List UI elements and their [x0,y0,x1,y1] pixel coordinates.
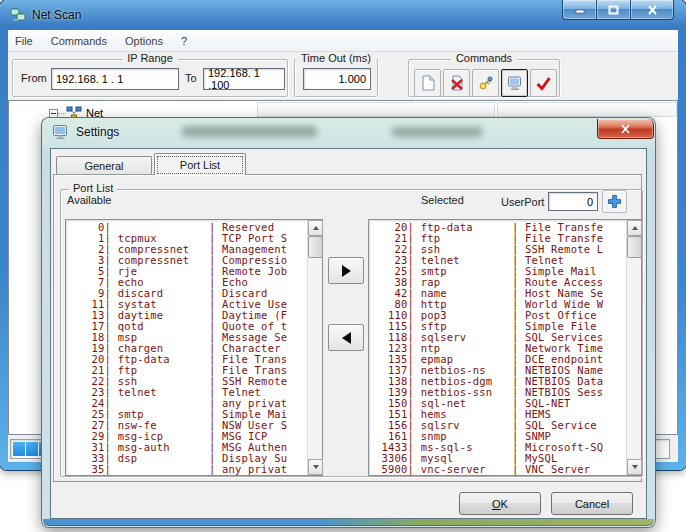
move-to-selected-button[interactable] [328,257,364,284]
dialog-client-area: General Port List Port List Available Se… [50,148,647,519]
close-icon [647,5,658,15]
available-label: Available [67,194,111,206]
close-icon [620,124,631,134]
window-title: Net Scan [32,8,81,22]
scroll-thumb[interactable] [627,236,642,258]
check-icon [535,75,552,91]
arrow-left-icon [342,332,351,344]
userport-input[interactable]: 0 [548,192,598,211]
glass-blur-artifact [182,126,317,137]
selected-scrollbar[interactable] [626,220,641,475]
toolbar: IP Range From 192.168. 1 . 1 To 192.168.… [8,52,678,100]
available-scrollbar[interactable] [307,220,322,475]
caption-buttons [563,0,674,20]
desktop: Net Scan File Commands Options ? [0,0,686,532]
progress-segment [26,442,38,456]
tree-collapse-icon[interactable] [49,109,58,118]
tab-port-list-label: Port List [180,159,220,171]
new-page-icon [420,75,436,91]
selected-label: Selected [421,194,464,206]
arrow-up-icon [632,226,638,230]
glass-blur-artifact [392,127,482,137]
plus-icon [607,194,622,209]
computer-icon [507,75,523,91]
from-label: From [21,72,47,84]
available-port-list[interactable]: 0| | Reserved 1| tcpmux | TCP Port S 2| … [65,219,323,476]
ok-button[interactable]: OK [459,492,541,515]
new-list-button[interactable] [414,69,441,97]
arrow-up-icon [313,226,319,230]
tab-port-list[interactable]: Port List [154,153,246,175]
settings-dialog-icon [52,124,69,140]
port-list-tab-panel: Port List Available Selected UserPort 0 … [53,174,642,482]
port-list-group-label: Port List [69,182,117,194]
progress-segment [13,442,25,456]
scroll-thumb[interactable] [308,236,323,258]
port-row[interactable]: 35| | any privat [72,464,322,475]
timeout-label: Time Out (ms) [296,52,376,64]
add-userport-button[interactable] [602,190,627,213]
port-row[interactable]: 5900| vnc-server | VNC Server [375,464,641,475]
commands-group: Commands [408,59,560,97]
ip-to-input[interactable]: 192.168. 1 .100 [203,68,285,90]
menu-options[interactable]: Options [125,35,163,47]
menu-help[interactable]: ? [181,35,187,47]
commands-label: Commands [451,52,517,64]
ip-range-group: IP Range From 192.168. 1 . 1 To 192.168.… [12,59,288,97]
ip-range-label: IP Range [122,52,178,64]
menu-file[interactable]: File [15,35,33,47]
selected-port-list[interactable]: 20| ftp-data | File Transfe 21| ftp | Fi… [368,219,642,476]
tab-general-label: General [84,160,123,172]
timeout-input[interactable]: 1.000 [303,68,371,90]
dialog-bottom-border [43,519,654,526]
start-scan-button[interactable] [530,69,557,97]
close-button[interactable] [630,0,674,20]
minimize-button[interactable] [562,0,597,20]
app-icon [10,7,26,23]
list-header-cell[interactable] [257,102,495,117]
dialog-title: Settings [76,125,119,139]
maximize-icon [608,5,619,15]
scroll-down-button[interactable] [308,459,323,475]
cancel-label: Cancel [575,498,609,510]
tree-connector [58,113,66,114]
timeout-group: Time Out (ms) 1.000 [294,59,378,97]
scroll-down-button[interactable] [627,459,642,475]
menu-bar: File Commands Options ? [8,30,678,52]
settings-button[interactable] [501,69,528,97]
titlebar[interactable]: Net Scan [10,6,81,24]
clear-list-button[interactable] [443,69,470,97]
maximize-button[interactable] [596,0,631,20]
ip-from-input[interactable]: 192.168. 1 . 1 [51,68,179,90]
delete-page-icon [449,75,465,91]
arrow-down-icon [632,465,638,469]
scroll-up-button[interactable] [308,220,323,236]
tab-general[interactable]: General [56,156,152,174]
settings-dialog: Settings General Port List Port List Ava… [42,118,655,527]
port-list-group: Port List Available Selected UserPort 0 … [60,189,643,477]
list-header-cell[interactable] [497,102,677,117]
minimize-icon [575,5,585,14]
dialog-close-button[interactable] [597,119,654,139]
to-label: To [185,72,197,84]
scroll-up-button[interactable] [627,220,642,236]
cancel-button[interactable]: Cancel [551,492,633,515]
userport-label: UserPort [501,196,544,208]
credentials-button[interactable] [472,69,499,97]
key-icon [478,75,494,91]
arrow-down-icon [313,465,319,469]
dialog-titlebar[interactable]: Settings [52,124,119,140]
move-to-available-button[interactable] [328,324,364,351]
menu-commands[interactable]: Commands [51,35,107,47]
arrow-right-icon [342,265,351,277]
